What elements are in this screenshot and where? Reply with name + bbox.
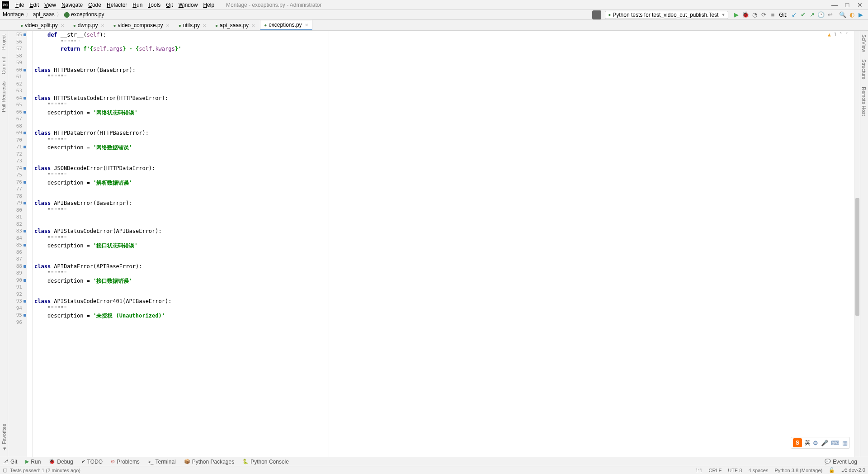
code-line[interactable]: def __str__(self):	[33, 32, 854, 39]
gutter-marker-icon[interactable]	[24, 97, 26, 100]
avatar-icon[interactable]	[592, 10, 601, 19]
line-number[interactable]: 86	[8, 249, 27, 256]
gutter-marker-icon[interactable]	[24, 132, 26, 134]
tool-debug[interactable]: 🐞Debug	[49, 459, 73, 465]
line-number[interactable]: 92	[8, 291, 27, 299]
code-line[interactable]	[33, 221, 854, 228]
code-line[interactable]: class HTTPStatusCodeError(HTTPBaseError)…	[33, 95, 854, 102]
line-number[interactable]: 95	[8, 312, 27, 319]
line-number[interactable]: 75	[8, 172, 27, 179]
maximize-button[interactable]: □	[841, 1, 854, 9]
line-number[interactable]: 74	[8, 165, 27, 172]
code-line[interactable]: """"""	[33, 102, 854, 109]
line-number[interactable]: 57	[8, 46, 27, 53]
close-tab-icon[interactable]: ✕	[203, 23, 206, 28]
line-number[interactable]: 82	[8, 221, 27, 228]
line-number[interactable]: 66	[8, 109, 27, 116]
ime-grid-icon[interactable]: ▦	[842, 440, 848, 446]
line-number[interactable]: 76	[8, 179, 27, 186]
line-number[interactable]: 73	[8, 158, 27, 165]
menu-run[interactable]: Run	[130, 2, 145, 8]
code-editor[interactable]: ▲ 1 ˄ ˅ def __str__(self): """""" return…	[33, 31, 854, 457]
code-line[interactable]: description = '接口数据错误'	[33, 277, 854, 284]
code-line[interactable]: description = '未授权 (Unauthorized)'	[33, 312, 854, 319]
gutter-marker-icon[interactable]	[24, 146, 26, 148]
breadcrumb-item[interactable]: api_saas	[33, 11, 55, 18]
git-push-button[interactable]: ↗	[807, 11, 816, 18]
ime-keyboard-icon[interactable]: ⌨	[831, 440, 840, 446]
line-number[interactable]: 71	[8, 144, 27, 151]
indent-setting[interactable]: 4 spaces	[748, 468, 768, 473]
ime-mic-icon[interactable]: 🎤	[821, 440, 828, 446]
code-line[interactable]: """"""	[33, 235, 854, 242]
ime-settings-icon[interactable]: ⚙	[813, 440, 818, 446]
line-number[interactable]: 55	[8, 32, 27, 39]
line-number[interactable]: 88	[8, 263, 27, 270]
code-line[interactable]: class HTTPDataError(HTTPBaseError):	[33, 130, 854, 137]
menu-edit[interactable]: Edit	[27, 2, 42, 8]
search-button[interactable]: 🔍	[838, 11, 847, 18]
menu-git[interactable]: Git	[163, 2, 175, 8]
inspection-widget[interactable]: ▲ 1 ˄ ˅	[828, 32, 848, 38]
code-line[interactable]: description = '解析数据错误'	[33, 179, 854, 186]
editor-tab[interactable]: ●video_split.py✕	[16, 20, 68, 30]
gutter-marker-icon[interactable]	[24, 244, 26, 246]
code-line[interactable]	[33, 291, 854, 299]
code-line[interactable]: class APIBaseError(BaseErrpr):	[33, 200, 854, 207]
line-number-gutter[interactable]: 5556575859606162636465666768697071727374…	[8, 31, 27, 457]
code-line[interactable]: """"""	[33, 172, 854, 179]
git-branch[interactable]: ⎇ dev-2.0	[841, 467, 865, 473]
caret-position[interactable]: 1:1	[695, 468, 702, 473]
profile-button[interactable]: ⟳	[759, 11, 768, 18]
code-line[interactable]	[33, 256, 854, 263]
tool-tab-structure[interactable]: Structure	[860, 56, 868, 83]
code-line[interactable]	[33, 193, 854, 200]
menu-help[interactable]: Help	[200, 2, 217, 8]
line-number[interactable]: 69	[8, 130, 27, 137]
line-number[interactable]: 83	[8, 228, 27, 235]
code-line[interactable]: description = '接口状态码错误'	[33, 242, 854, 249]
lock-icon[interactable]: 🔓	[829, 467, 835, 473]
scrollbar-thumb[interactable]	[855, 198, 859, 316]
line-number[interactable]: 65	[8, 102, 27, 109]
line-number[interactable]: 70	[8, 137, 27, 144]
gutter-marker-icon[interactable]	[24, 202, 26, 204]
code-line[interactable]	[33, 214, 854, 221]
coverage-button[interactable]: ◔	[750, 11, 759, 18]
code-line[interactable]: class APIStatusCodeError(APIBaseError):	[33, 228, 854, 235]
git-update-button[interactable]: ↙	[789, 11, 798, 18]
gutter-marker-icon[interactable]	[24, 279, 26, 282]
close-tab-icon[interactable]: ✕	[61, 23, 64, 28]
gutter-marker-icon[interactable]	[24, 111, 26, 114]
line-number[interactable]: 56	[8, 39, 27, 46]
breadcrumb-item[interactable]: ⬤ exceptions.py	[64, 11, 104, 18]
tool-tab-commit[interactable]: Commit	[0, 53, 7, 78]
menu-tools[interactable]: Tools	[145, 2, 163, 8]
gutter-marker-icon[interactable]	[24, 167, 26, 170]
code-line[interactable]	[33, 60, 854, 67]
line-number[interactable]: 61	[8, 74, 27, 81]
line-number[interactable]: 58	[8, 53, 27, 60]
gutter-marker-icon[interactable]	[24, 265, 26, 268]
breadcrumb-item[interactable]: Montage	[3, 11, 24, 18]
debug-button[interactable]: 🐞	[741, 11, 750, 18]
code-line[interactable]: description = '网络状态码错误'	[33, 109, 854, 116]
menu-view[interactable]: View	[42, 2, 59, 8]
code-line[interactable]	[33, 186, 854, 193]
code-line[interactable]: """"""	[33, 137, 854, 144]
line-number[interactable]: 64	[8, 95, 27, 102]
git-rollback-button[interactable]: ↩	[826, 11, 835, 18]
code-line[interactable]	[33, 151, 854, 158]
code-line[interactable]: description = '网络数据错误'	[33, 144, 854, 151]
close-tab-icon[interactable]: ✕	[101, 23, 104, 28]
line-number[interactable]: 68	[8, 123, 27, 130]
stop-button[interactable]: ■	[768, 11, 777, 18]
gutter-marker-icon[interactable]	[24, 230, 26, 232]
tool-tab-pull-requests[interactable]: Pull Requests	[0, 78, 7, 116]
editor-tab[interactable]: ●dwnp.py✕	[69, 20, 108, 30]
gutter-marker-icon[interactable]	[24, 33, 26, 36]
tool-python-console[interactable]: 🐍Python Console	[242, 459, 289, 465]
file-encoding[interactable]: UTF-8	[728, 468, 742, 473]
gutter-marker-icon[interactable]	[24, 69, 26, 71]
line-number[interactable]: 96	[8, 319, 27, 327]
